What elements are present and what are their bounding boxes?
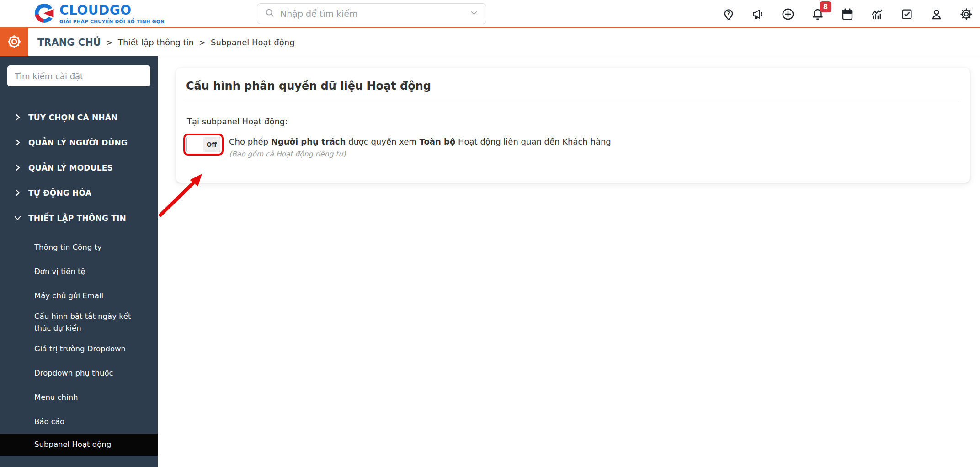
cloudgo-logo[interactable]: CLOUDGO GIẢI PHÁP CHUYỂN ĐỔI SỐ TINH GỌN [34, 3, 165, 26]
sidebar-section-tự-động-hóa[interactable]: TỰ ĐỘNG HÓA [0, 180, 158, 205]
breadcrumb-separator: > [106, 38, 113, 47]
main-content: Cấu hình phân quyền dữ liệu Hoạt động Tạ… [158, 56, 980, 467]
user-icon[interactable] [929, 7, 944, 21]
sidebar-section-label: TÙY CHỌN CÁ NHÂN [28, 113, 118, 122]
intro-text: Tại subpanel Hoạt động: [187, 117, 970, 126]
breadcrumb-item-subpanel[interactable]: Subpanel Hoạt động [211, 38, 295, 47]
sidebar-search-input[interactable] [7, 65, 150, 86]
breadcrumb-bar: TRANG CHỦ > Thiết lập thông tin > Subpan… [0, 28, 980, 56]
settings-icon[interactable] [959, 7, 974, 21]
sidebar-section-label: TỰ ĐỘNG HÓA [28, 188, 91, 198]
topbar-icon-group: ?8 [721, 0, 980, 28]
app-window: CLOUDGO GIẢI PHÁP CHUYỂN ĐỔI SỐ TINH GỌN… [0, 0, 980, 467]
chevron-right-icon [14, 139, 21, 146]
sidebar-item-giá-trị-trường-dropdown[interactable]: Giá trị trường Dropdown [0, 337, 158, 361]
chevron-down-icon [14, 214, 21, 222]
sidebar-item-subpanel-hoạt-động[interactable]: Subpanel Hoạt động [0, 434, 158, 456]
logo-name: CLOUDGO [59, 4, 165, 17]
toggle-state-label: Off [203, 137, 220, 152]
chart-icon[interactable] [870, 7, 884, 21]
divider [186, 100, 960, 100]
chevron-down-icon[interactable] [469, 8, 479, 19]
settings-sidebar: TÙY CHỌN CÁ NHÂNQUẢN LÝ NGƯỜI DÙNGQUẢN L… [0, 56, 158, 467]
svg-text:?: ? [727, 11, 730, 16]
sidebar-item-dropdown-phụ-thuộc[interactable]: Dropdown phụ thuộc [0, 361, 158, 385]
permission-note: (Bao gồm cả Hoạt động riêng tư) [229, 150, 611, 158]
sidebar-item-thông-tin-công-ty[interactable]: Thông tin Công ty [0, 235, 158, 259]
admin-gear-tile[interactable] [0, 28, 28, 56]
chevron-right-icon [14, 189, 21, 197]
sidebar-section-quản-lý-modules[interactable]: QUẢN LÝ MODULES [0, 155, 158, 180]
permission-config-card: Cấu hình phân quyền dữ liệu Hoạt động Tạ… [176, 68, 970, 183]
permission-toggle-row: Off Cho phép Người phụ trách được quyền … [183, 134, 970, 158]
global-search-input[interactable] [280, 9, 464, 19]
cloudgo-logo-icon [34, 3, 55, 26]
location-question-icon[interactable]: ? [721, 7, 736, 21]
logo-tagline: GIẢI PHÁP CHUYỂN ĐỔI SỐ TINH GỌN [59, 19, 165, 24]
sidebar-menu: TÙY CHỌN CÁ NHÂNQUẢN LÝ NGƯỜI DÙNGQUẢN L… [0, 105, 158, 456]
annotation-highlight-box: Off [183, 134, 224, 156]
permission-description: Cho phép Người phụ trách được quyền xem … [229, 137, 611, 146]
permission-toggle[interactable]: Off [186, 137, 220, 152]
sidebar-item-đơn-vị-tiền-tệ[interactable]: Đơn vị tiền tệ [0, 259, 158, 284]
toggle-knob [187, 137, 203, 152]
sidebar-item-menu-chính[interactable]: Menu chính [0, 385, 158, 409]
breadcrumb-separator: > [199, 38, 206, 47]
chevron-right-icon [14, 113, 21, 121]
breadcrumb-item-settings[interactable]: Thiết lập thông tin [118, 38, 194, 47]
notification-badge: 8 [820, 1, 831, 12]
breadcrumb: TRANG CHỦ > Thiết lập thông tin > Subpan… [37, 28, 295, 56]
sidebar-section-label: QUẢN LÝ MODULES [28, 163, 113, 172]
tasks-check-icon[interactable] [900, 7, 914, 21]
sidebar-item-máy-chủ-gửi-email[interactable]: Máy chủ gửi Email [0, 284, 158, 308]
global-search[interactable] [257, 3, 486, 24]
sidebar-item-cấu-hình-bật-tắt-ngày-kết-thúc-dự-kiến[interactable]: Cấu hình bật tắt ngày kết thúc dự kiến [0, 308, 158, 337]
gear-icon [6, 33, 22, 52]
calendar-icon[interactable] [840, 7, 855, 21]
sidebar-section-thiết-lập-thông-tin[interactable]: THIẾT LẬP THÔNG TIN [0, 205, 158, 231]
sidebar-section-label: QUẢN LÝ NGƯỜI DÙNG [28, 138, 128, 147]
sidebar-sublist: Thông tin Công tyĐơn vị tiền tệMáy chủ g… [0, 235, 158, 456]
sidebar-section-quản-lý-người-dùng[interactable]: QUẢN LÝ NGƯỜI DÙNG [0, 130, 158, 155]
top-bar: CLOUDGO GIẢI PHÁP CHUYỂN ĐỔI SỐ TINH GỌN… [0, 0, 980, 28]
megaphone-icon[interactable] [751, 7, 766, 21]
plus-circle-icon[interactable] [781, 7, 795, 21]
sidebar-item-báo-cáo[interactable]: Báo cáo [0, 409, 158, 434]
page-title: Cấu hình phân quyền dữ liệu Hoạt động [176, 68, 970, 92]
sidebar-section-tùy-chọn-cá-nhân[interactable]: TÙY CHỌN CÁ NHÂN [0, 105, 158, 130]
sidebar-section-label: THIẾT LẬP THÔNG TIN [28, 214, 126, 223]
breadcrumb-home[interactable]: TRANG CHỦ [37, 37, 101, 48]
search-icon [265, 8, 275, 20]
chevron-right-icon [14, 164, 21, 172]
bell-icon[interactable]: 8 [810, 7, 825, 21]
